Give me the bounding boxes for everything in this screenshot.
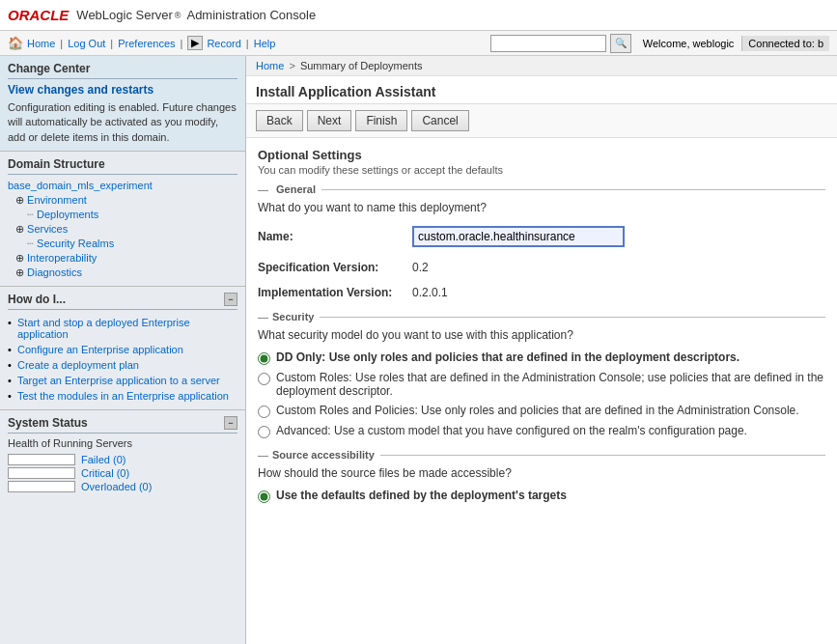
radio-custom-roles-policies[interactable] [258,406,270,418]
change-center-desc: Configuration editing is enabled. Future… [8,100,237,145]
list-item: •Test the modules in an Enterprise appli… [8,388,237,404]
tree-item: ⊕ Interoperability [8,251,237,266]
record-link[interactable]: Record [207,38,240,49]
how-do-i-title: How do I... [8,293,66,306]
help-link[interactable]: Help [254,38,276,49]
domain-structure-title: Domain Structure [8,157,237,175]
spec-version-row: Specification Version: 0.2 [258,257,825,278]
security-option-1: DD Only: Use only roles and policies tha… [258,348,825,368]
tree-item: ┄ Security Realms [8,237,237,251]
change-center-title: Change Center [8,62,237,79]
nav-sep3: | [181,38,183,49]
security-option-2-label: Custom Roles: Use roles that are defined… [276,371,825,398]
system-status: System Status − Health of Running Server… [0,410,245,499]
domain-root-link[interactable]: base_domain_mls_experiment [8,180,237,191]
domain-structure: Domain Structure base_domain_mls_experim… [0,152,245,287]
spec-version-label: Specification Version: [258,261,412,274]
hdi-link-3[interactable]: Create a deployment plan [17,359,139,371]
general-question: What do you want to name this deployment… [258,201,825,214]
hdi-link-4[interactable]: Target an Enterprise application to a se… [17,375,220,386]
impl-version-label: Implementation Version: [258,286,412,299]
radio-custom-roles[interactable] [258,373,270,385]
list-item: •Target an Enterprise application to a s… [8,373,237,388]
connected-text: Connected to: b [741,36,829,51]
system-status-title: System Status [8,416,88,430]
critical-bar [8,467,75,479]
name-input[interactable] [412,226,625,247]
reg-mark: ® [175,11,181,20]
oracle-logo: ORACLE WebLogic Server ® Administration … [8,7,316,23]
form-content: Optional Settings You can modify these s… [246,138,837,516]
tree-item: ⊕ Diagnostics [8,266,237,280]
failed-link[interactable]: Failed (0) [81,454,126,465]
security-section-label: Security [272,311,314,322]
hdi-link-5[interactable]: Test the modules in an Enterprise applic… [17,390,229,402]
list-item: •Configure an Enterprise application [8,342,237,357]
security-question: What security model do you want to use w… [258,328,825,342]
page-title-bar: Install Application Assistant [246,76,837,104]
tree-diagnostics-link[interactable]: Diagnostics [27,266,82,278]
name-label: Name: [258,230,412,243]
home-link[interactable]: Home [27,38,55,49]
general-divider: — General [258,183,825,195]
nav-sep4: | [246,38,249,49]
nav-sep1: | [60,38,63,49]
radio-advanced[interactable] [258,426,270,438]
how-do-i-header: How do I... − [8,293,237,310]
tree-environment-link[interactable]: Environment [27,194,87,206]
welcome-text: Welcome, weblogic [643,38,735,49]
system-status-collapse[interactable]: − [224,416,237,430]
tree-interop-link[interactable]: Interoperability [27,252,97,264]
main-layout: Change Center View changes and restarts … [0,56,837,644]
health-row: Failed (0) [8,453,237,466]
tree-item: ⊕ Environment [8,193,237,208]
hdi-link-2[interactable]: Configure an Enterprise application [17,344,183,355]
tree-item: ┄ Deployments [8,208,237,222]
source-section-label: Source accessibility [272,449,375,461]
hdi-link-1[interactable]: Start and stop a deployed Enterprise app… [17,317,190,340]
sidebar: Change Center View changes and restarts … [0,56,246,644]
optional-settings-title: Optional Settings [258,148,825,162]
general-section-label: General [276,183,316,195]
content-area: Home > Summary of Deployments Install Ap… [246,56,837,644]
radio-use-defaults[interactable] [258,490,270,503]
cancel-button[interactable]: Cancel [411,110,468,131]
list-item: •Start and stop a deployed Enterprise ap… [8,315,237,342]
radio-dd-only[interactable] [258,352,270,365]
tree-services-link[interactable]: Services [27,223,68,235]
page-title: Install Application Assistant [256,84,827,99]
tree-deployments-link[interactable]: Deployments [37,209,98,220]
logout-link[interactable]: Log Out [68,38,105,49]
tree-item: ⊕ Services [8,222,237,237]
view-changes-link[interactable]: View changes and restarts [8,83,153,97]
critical-link[interactable]: Critical (0) [81,467,129,479]
security-divider: — Security [258,311,825,322]
finish-button[interactable]: Finish [355,110,407,131]
impl-version-value: 0.2.0.1 [412,286,448,299]
breadcrumb-home[interactable]: Home [256,60,284,71]
next-button[interactable]: Next [307,110,352,131]
tree-security-link[interactable]: Security Realms [37,238,114,249]
security-option-2: Custom Roles: Use roles that are defined… [258,368,825,401]
app-header: ORACLE WebLogic Server ® Administration … [0,0,837,31]
overloaded-link[interactable]: Overloaded (0) [81,481,152,492]
toolbar: Back Next Finish Cancel [246,104,837,138]
how-do-i-collapse[interactable]: − [224,293,237,306]
general-label: — [258,183,268,195]
source-question: How should the source files be made acce… [258,466,825,480]
oracle-text: ORACLE [8,7,69,23]
health-row: Critical (0) [8,466,237,480]
overloaded-bar [8,481,75,492]
back-button[interactable]: Back [256,110,303,131]
health-row: Overloaded (0) [8,480,237,493]
preferences-link[interactable]: Preferences [118,38,175,49]
top-nav: 🏠 Home | Log Out | Preferences | ▶ Recor… [0,31,837,56]
nav-right: 🔍 Welcome, weblogic Connected to: b [490,34,829,53]
search-input[interactable] [490,35,606,52]
optional-settings-desc: You can modify these settings or accept … [258,164,825,176]
source-dash: — [258,449,268,461]
subtitle: Administration Console [186,8,316,22]
search-button[interactable]: 🔍 [610,34,631,53]
breadcrumb-sep: > [289,60,294,71]
source-option-1-label: Use the defaults defined by the deployme… [276,489,567,502]
